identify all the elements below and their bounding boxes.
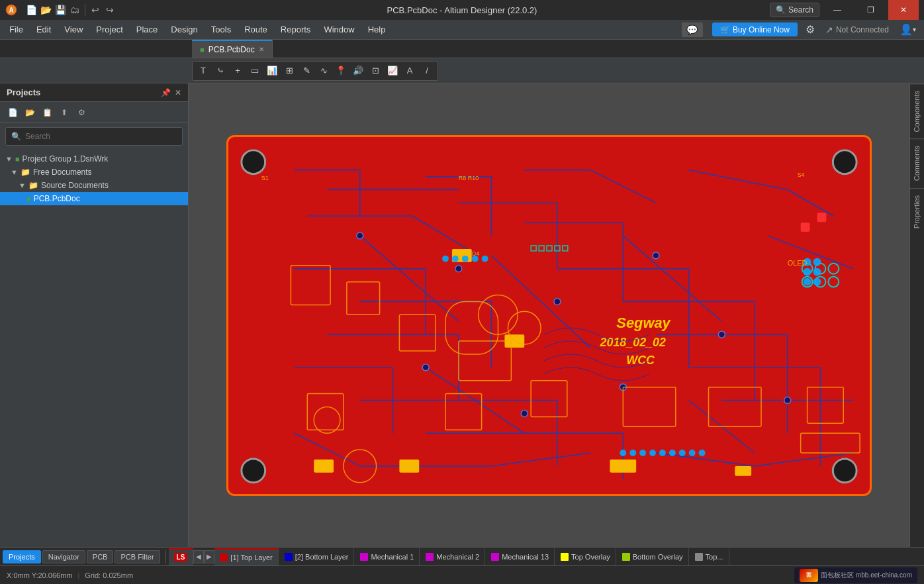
tree-project-group[interactable]: ▼ ■ Project Group 1.DsnWrk [0, 152, 188, 166]
tool-add[interactable]: + [230, 63, 246, 79]
svg-line-46 [492, 453, 590, 466]
menu-design[interactable]: Design [164, 20, 204, 39]
layer-scroll-right[interactable]: ▶ [204, 550, 214, 563]
sidebar-new-btn[interactable]: 📄 [5, 105, 20, 120]
tool-text[interactable]: T [195, 63, 211, 79]
svg-text:2018_02_02: 2018_02_02 [600, 336, 666, 349]
new-icon[interactable]: 📄 [25, 4, 37, 16]
project-tree: ▼ ■ Project Group 1.DsnWrk ▼ 📁 Free Docu… [0, 150, 188, 547]
tool-route[interactable]: ⤷ [212, 63, 228, 79]
tab-pcbdoc[interactable]: ■ PCB.PcbDoc ✕ [192, 40, 273, 58]
pcb-board[interactable]: Segway 2018_02_02 WCC [226, 135, 872, 496]
components-panel-tab[interactable]: Components [910, 83, 924, 138]
global-search-box[interactable]: 🔍 Search [770, 3, 819, 17]
chat-icon-btn[interactable]: 💬 [682, 23, 703, 37]
tool-expand[interactable]: ⊡ [367, 63, 383, 79]
svg-rect-96 [801, 222, 810, 232]
open-icon[interactable]: 📂 [40, 4, 52, 16]
menu-file[interactable]: File [3, 20, 30, 39]
svg-point-120 [699, 450, 706, 456]
tool-edit[interactable]: ✎ [299, 63, 314, 79]
tool-line[interactable]: / [419, 63, 435, 79]
panel-tab-pcb-filter[interactable]: PCB Filter [115, 550, 160, 563]
svg-point-86 [479, 295, 518, 334]
tool-rect[interactable]: ▭ [247, 63, 263, 79]
svg-point-99 [242, 458, 265, 482]
tool-audio[interactable]: 🔊 [350, 63, 366, 79]
redo-icon[interactable]: ↪ [104, 4, 116, 16]
svg-point-108 [804, 268, 811, 275]
menu-help[interactable]: Help [361, 20, 393, 39]
menu-tools[interactable]: Tools [205, 20, 238, 39]
tool-graph[interactable]: 📈 [385, 63, 400, 79]
restore-button[interactable]: ❐ [855, 0, 886, 20]
tab-close-btn[interactable]: ✕ [259, 46, 264, 53]
pin-button[interactable]: 📌 [161, 88, 171, 97]
menu-spacer [392, 20, 679, 39]
close-button[interactable]: ✕ [888, 0, 919, 20]
titlebar-left: A 📄 📂 💾 🗂 ↩ ↪ [5, 4, 116, 16]
sidebar-search-bar[interactable]: 🔍 [5, 127, 183, 146]
tool-grid[interactable]: ⊞ [281, 63, 297, 79]
save-all-icon[interactable]: 🗂 [69, 4, 81, 16]
sidebar-search-input[interactable] [25, 132, 177, 141]
sidebar-settings-btn[interactable]: ⚙ [74, 105, 89, 120]
buy-online-button[interactable]: 🛒 Buy Online Now [712, 23, 798, 36]
svg-point-118 [679, 450, 686, 456]
user-account-button[interactable]: 👤 ▾ [894, 20, 921, 39]
panel-tab-navigator[interactable]: Navigator [42, 550, 85, 563]
panel-tab-projects[interactable]: Projects [3, 550, 41, 563]
layer-scroll-left[interactable]: ◀ [193, 550, 204, 563]
tool-wave[interactable]: ∿ [316, 63, 332, 79]
tree-pcb-file[interactable]: ■ PCB.PcbDoc [0, 192, 188, 205]
svg-rect-80 [445, 393, 482, 430]
svg-rect-75 [347, 281, 380, 315]
settings-button[interactable]: ⚙ [800, 20, 820, 39]
layer-tab-top[interactable]: [1] Top Layer [214, 548, 278, 565]
tool-chart[interactable]: 📊 [264, 63, 280, 79]
properties-panel-tab[interactable]: Properties [910, 188, 924, 235]
menu-view[interactable]: View [58, 20, 89, 39]
layer-tab-bottom-overlay[interactable]: Bottom Overlay [617, 548, 689, 565]
layer-tab-mech2[interactable]: Mechanical 2 [420, 548, 485, 565]
svg-point-49 [357, 232, 363, 239]
layer-tab-mech13[interactable]: Mechanical 13 [486, 548, 555, 565]
cart-icon: 🛒 [720, 25, 730, 34]
undo-icon[interactable]: ↩ [89, 4, 101, 16]
tree-free-docs[interactable]: ▼ 📁 Free Documents [0, 166, 188, 179]
menu-edit[interactable]: Edit [30, 20, 58, 39]
layer-tab-top-overlay[interactable]: Top Overlay [555, 548, 616, 565]
layer-indicator: LS [169, 548, 194, 565]
menu-reports[interactable]: Reports [274, 20, 318, 39]
tree-source-docs[interactable]: ▼ 📁 Source Documents [0, 179, 188, 192]
canvas-area[interactable]: Segway 2018_02_02 WCC [189, 83, 909, 547]
layer-label-extra: Top... [706, 553, 723, 561]
sidebar-folder-btn[interactable]: 📂 [23, 105, 37, 120]
svg-point-88 [314, 407, 340, 433]
panel-tab-pcb[interactable]: PCB [87, 550, 114, 563]
svg-rect-95 [817, 213, 826, 222]
minimize-button[interactable]: — [822, 0, 853, 20]
layer-tab-mech1[interactable]: Mechanical 1 [355, 548, 420, 565]
tool-label[interactable]: A [402, 63, 418, 79]
connection-status: ↗ Not Connected [820, 20, 894, 39]
layer-tab-extra[interactable]: Top... [690, 548, 729, 565]
sidebar-remove-btn[interactable]: ⬆ [57, 105, 71, 120]
menu-route[interactable]: Route [238, 20, 274, 39]
menu-project[interactable]: Project [89, 20, 129, 39]
toolbar-group-1: T ⤷ + ▭ 📊 ⊞ ✎ ∿ 📍 🔊 ⊡ 📈 A / [192, 61, 438, 81]
layer-color-mech13 [491, 553, 499, 561]
svg-rect-104 [555, 245, 560, 250]
menu-window[interactable]: Window [317, 20, 361, 39]
close-panel-button[interactable]: ✕ [175, 88, 181, 97]
save-icon[interactable]: 💾 [54, 4, 66, 16]
svg-point-89 [344, 450, 377, 483]
layer-tab-bottom[interactable]: [2] Bottom Layer [279, 548, 355, 565]
tool-pin[interactable]: 📍 [333, 63, 349, 79]
panel-tabs-group: Projects Navigator PCB PCB Filter [0, 550, 163, 563]
svg-text:D4: D4 [472, 250, 479, 256]
comments-panel-tab[interactable]: Comments [910, 138, 924, 187]
sidebar-add-btn[interactable]: 📋 [40, 105, 54, 120]
svg-point-69 [815, 276, 826, 287]
menu-place[interactable]: Place [130, 20, 165, 39]
